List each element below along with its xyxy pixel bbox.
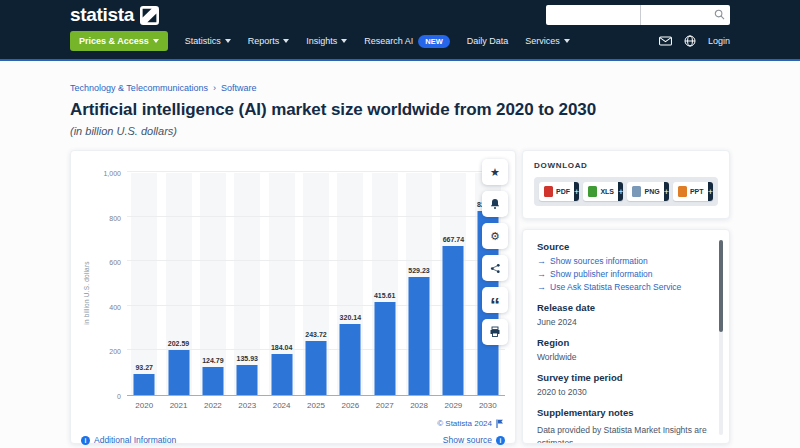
cite-button[interactable]: “ [482,287,508,313]
chart-column: 415.61 [368,173,402,395]
bar-value-label: 415.61 [374,292,395,299]
arrow-right-icon: → [537,269,546,279]
download-card: DOWNLOAD PDF + XLS + PNG + PPT [522,150,730,219]
additional-information-link[interactable]: Additional Information [81,435,176,445]
bar-value-label: 124.79 [202,357,223,364]
nav-insights[interactable]: Insights [306,36,347,46]
y-tick-label: 0 [117,393,121,400]
y-tick-label: 400 [109,304,121,311]
release-date-title: Release date [537,302,715,313]
chart-column: 135.93 [230,173,264,395]
region-title: Region [537,337,715,348]
add-icon[interactable]: + [708,182,713,201]
x-axis-label: 2020 [127,401,161,410]
nav-prices-access[interactable]: Prices & Access [70,31,168,51]
chart-column: 243.72 [299,173,333,395]
chart-bar[interactable] [168,350,189,395]
bar-value-label: 667.74 [443,236,464,243]
chart-bar[interactable] [409,277,430,395]
bar-value-label: 135.93 [237,355,258,362]
gear-icon: ⚙ [490,231,500,242]
download-ppt-button[interactable]: PPT + [673,182,713,201]
link-label: Show sources information [550,256,648,266]
chart-bar[interactable] [305,341,326,395]
download-buttons: PDF + XLS + PNG + PPT + [534,177,718,206]
chart-bar[interactable] [134,374,155,395]
mail-icon [659,36,672,46]
login-label: Login [708,36,730,46]
download-xls-button[interactable]: XLS + [583,182,623,201]
chart-bar[interactable] [202,367,223,395]
statista-logo[interactable]: statista [70,4,159,26]
nav-services[interactable]: Services [525,36,570,46]
nav-daily-data[interactable]: Daily Data [467,36,509,46]
share-icon [490,263,501,274]
favorite-button[interactable]: ★ [482,159,508,185]
nav-label: Services [525,36,560,46]
chart-bar[interactable] [271,354,292,395]
search-input[interactable] [546,5,730,25]
arrow-right-icon: → [537,256,546,266]
breadcrumb-category-link[interactable]: Technology & Telecommunications [70,83,208,93]
source-section-title: Source [537,241,715,252]
ask-statista-research-service-link[interactable]: → Use Ask Statista Research Service [537,282,715,292]
download-label: PDF [556,188,570,195]
bar-value-label: 93.27 [135,364,153,371]
y-tick-label: 200 [109,348,121,355]
png-file-icon [632,186,641,197]
alert-button[interactable] [482,191,508,217]
chart-column: 93.27 [127,173,161,395]
language-button[interactable] [684,35,696,47]
mail-button[interactable] [659,36,672,46]
scrollbar-thumb[interactable] [719,240,723,332]
print-button[interactable] [482,319,508,345]
show-publisher-information-link[interactable]: → Show publisher information [537,269,715,279]
link-label: Show publisher information [550,269,653,279]
statistic-info-card: Source → Show sources information → Show… [522,229,730,444]
search-icon[interactable] [714,9,725,20]
x-axis-label: 2022 [196,401,230,410]
breadcrumb-subcategory-link[interactable]: Software [221,83,257,93]
bar-value-label: 529.23 [408,267,429,274]
add-icon[interactable]: + [664,182,669,201]
breadcrumb-separator: › [213,83,216,93]
nav-research-ai[interactable]: Research AI NEW [364,35,450,48]
share-button[interactable] [482,255,508,281]
x-axis-label: 2023 [230,401,264,410]
nav-statistics[interactable]: Statistics [185,36,231,46]
add-icon[interactable]: + [618,182,623,201]
add-icon[interactable]: + [574,182,579,201]
download-pdf-button[interactable]: PDF + [539,182,579,201]
survey-time-period-value: 2020 to 2030 [537,387,715,397]
chart-bar[interactable] [374,302,395,395]
settings-button[interactable]: ⚙ [482,223,508,249]
nav-reports[interactable]: Reports [248,36,290,46]
xls-file-icon [588,186,597,197]
y-tick-label: 1,000 [103,170,121,177]
chart-card: in billion U.S. dollars 02004006008001,0… [70,150,516,444]
globe-icon [684,35,696,47]
login-link[interactable]: Login [708,36,730,46]
show-sources-information-link[interactable]: → Show sources information [537,256,715,266]
chart-bar[interactable] [443,246,464,395]
download-png-button[interactable]: PNG + [627,182,668,201]
x-axis-label: 2025 [299,401,333,410]
chart-bar[interactable] [340,324,361,395]
survey-time-period-title: Survey time period [537,372,715,383]
nav-label: Prices & Access [79,36,149,46]
bar-chart: in billion U.S. dollars 02004006008001,0… [81,163,505,396]
logo-text: statista [70,4,134,26]
search-box[interactable] [546,5,730,25]
download-label: XLS [600,188,614,195]
sidebar: DOWNLOAD PDF + XLS + PNG + PPT [522,150,730,444]
y-axis-tick-labels: 02004006008001,000 [87,173,121,396]
show-source-link[interactable]: Show source [443,435,505,445]
chart-plot-area: 93.27202.59124.79135.93184.04243.72320.1… [127,173,505,396]
copyright-label[interactable]: © Statista 2024 [437,419,492,428]
bell-icon [489,198,501,210]
chart-toolbar: ★ ⚙ “ [482,159,508,345]
chevron-down-icon [341,39,347,43]
flag-icon [496,419,503,428]
chart-bar[interactable] [237,365,258,395]
info-icon [81,436,90,445]
